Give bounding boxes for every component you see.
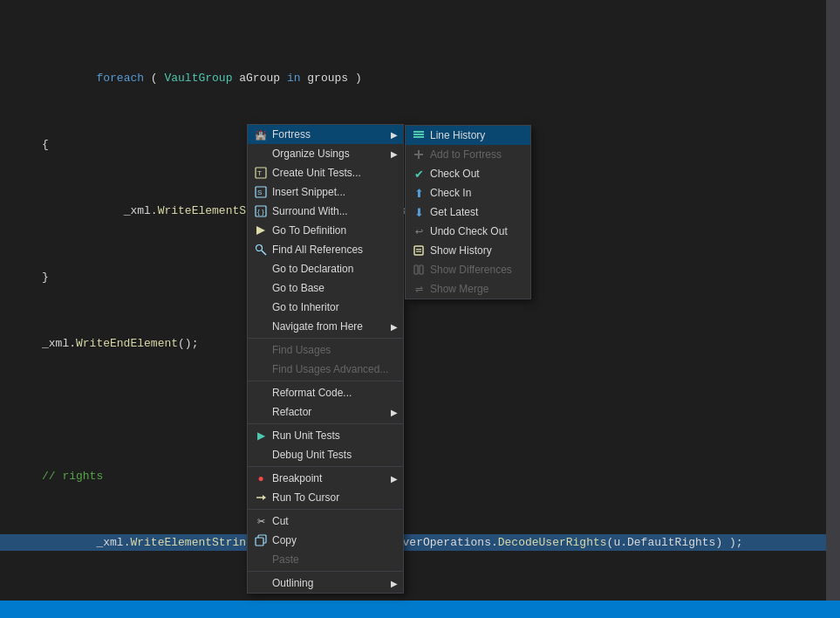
- submenu-undo-check-out[interactable]: ↩ Undo Check Out: [406, 222, 530, 241]
- submenu-show-history[interactable]: Show History: [406, 241, 530, 260]
- fortress-label: Fortress: [272, 128, 391, 141]
- submenu-check-in[interactable]: ⬆ Check In: [406, 183, 530, 203]
- cut-icon: ✂: [253, 513, 269, 529]
- find-usages-icon: [253, 342, 269, 358]
- navigate-icon: [253, 319, 269, 334]
- menu-item-fortress[interactable]: 🏰 Fortress ▶ Line History Add to Fortres…: [248, 125, 403, 144]
- breakpoint-label: Breakpoint: [272, 472, 391, 484]
- surround-with-label: Surround With...: [272, 205, 398, 217]
- outlining-arrow: ▶: [391, 579, 398, 588]
- svg-text:S: S: [257, 189, 262, 196]
- separator-1: [248, 338, 403, 339]
- submenu-show-merge: ⇌ Show Merge: [406, 279, 530, 299]
- goto-inheritor-label: Go to Inheritor: [272, 301, 398, 313]
- menu-item-run-to-cursor[interactable]: Run To Cursor: [248, 488, 403, 507]
- get-latest-label: Get Latest: [430, 206, 525, 218]
- check-in-icon: ⬆: [411, 185, 427, 201]
- submenu-show-differences: Show Differences: [406, 260, 530, 279]
- add-to-fortress-label: Add to Fortress: [430, 148, 525, 161]
- undo-check-out-label: Undo Check Out: [430, 225, 525, 237]
- check-out-icon: ✔: [411, 166, 427, 182]
- debug-unit-tests-label: Debug Unit Tests: [272, 449, 398, 461]
- paste-icon: [253, 552, 269, 567]
- menu-item-create-unit-tests[interactable]: T Create Unit Tests...: [248, 163, 403, 182]
- run-to-cursor-icon: [253, 490, 269, 505]
- menu-item-find-usages: Find Usages: [248, 340, 403, 360]
- svg-point-17: [256, 245, 263, 251]
- find-all-refs-icon: [253, 242, 269, 258]
- menu-item-copy[interactable]: Copy: [248, 531, 403, 550]
- add-to-fortress-icon: [411, 147, 427, 162]
- separator-2: [248, 381, 403, 381]
- svg-rect-4: [414, 154, 423, 155]
- menu-item-goto-declaration[interactable]: Go to Declaration: [248, 259, 403, 278]
- menu-item-breakpoint[interactable]: ● Breakpoint ▶: [248, 469, 403, 488]
- find-usages-label: Find Usages: [272, 344, 398, 356]
- menu-item-goto-definition[interactable]: Go To Definition: [248, 221, 403, 240]
- menu-item-reformat[interactable]: Reformat Code...: [248, 383, 403, 402]
- menu-item-insert-snippet[interactable]: S Insert Snippet...: [248, 182, 403, 202]
- organize-usings-label: Organize Usings: [272, 148, 391, 160]
- separator-5: [248, 509, 403, 510]
- organize-arrow: ▶: [391, 149, 398, 159]
- status-bar: [0, 601, 840, 618]
- menu-item-find-all-references[interactable]: Find All References: [248, 240, 403, 259]
- fortress-icon: 🏰: [253, 127, 269, 142]
- goto-inheritor-icon: [253, 299, 269, 315]
- find-all-refs-label: Find All References: [272, 244, 398, 256]
- svg-rect-22: [256, 538, 263, 546]
- svg-marker-20: [263, 495, 266, 500]
- outlining-label: Outlining: [272, 577, 391, 589]
- copy-label: Copy: [272, 534, 398, 546]
- submenu-add-to-fortress: Add to Fortress: [406, 145, 530, 164]
- line-history-icon: [411, 127, 427, 143]
- context-menu: 🏰 Fortress ▶ Line History Add to Fortres…: [247, 124, 404, 594]
- reformat-label: Reformat Code...: [272, 387, 398, 399]
- submenu-get-latest[interactable]: ⬇ Get Latest: [406, 203, 530, 222]
- show-differences-label: Show Differences: [430, 264, 525, 276]
- get-latest-icon: ⬇: [411, 204, 427, 220]
- show-merge-icon: ⇌: [411, 281, 427, 297]
- surround-with-icon: { }: [253, 203, 269, 219]
- svg-rect-2: [413, 136, 424, 138]
- goto-base-label: Go to Base: [272, 282, 398, 294]
- svg-rect-5: [414, 246, 423, 255]
- menu-item-find-usages-adv: Find Usages Advanced...: [248, 360, 403, 379]
- navigate-arrow: ▶: [391, 322, 398, 332]
- refactor-icon: [253, 404, 269, 420]
- menu-item-refactor[interactable]: Refactor ▶: [248, 402, 403, 422]
- create-unit-tests-label: Create Unit Tests...: [272, 167, 398, 179]
- menu-item-outlining[interactable]: Outlining ▶: [248, 573, 403, 593]
- svg-rect-6: [416, 249, 421, 250]
- show-merge-label: Show Merge: [430, 283, 525, 295]
- debug-unit-tests-icon: [253, 447, 269, 463]
- create-unit-tests-icon: T: [253, 165, 269, 181]
- outlining-icon: [253, 575, 269, 591]
- menu-item-organize-usings[interactable]: Organize Usings ▶: [248, 144, 403, 163]
- insert-snippet-icon: S: [253, 184, 269, 200]
- breakpoint-icon: ●: [253, 470, 269, 486]
- menu-item-run-unit-tests[interactable]: ▶ Run Unit Tests: [248, 426, 403, 445]
- fortress-arrow: ▶: [391, 130, 398, 140]
- submenu-check-out[interactable]: ✔ Check Out: [406, 164, 530, 183]
- refactor-arrow: ▶: [391, 408, 398, 417]
- menu-item-goto-inheritor[interactable]: Go to Inheritor: [248, 298, 403, 317]
- vertical-scrollbar[interactable]: [826, 0, 840, 604]
- menu-item-surround-with[interactable]: { } Surround With...: [248, 202, 403, 221]
- menu-item-navigate-from-here[interactable]: Navigate from Here ▶: [248, 317, 403, 336]
- breakpoint-arrow: ▶: [391, 474, 398, 484]
- svg-rect-0: [413, 131, 424, 133]
- svg-line-18: [262, 251, 266, 255]
- svg-rect-9: [420, 265, 423, 274]
- menu-item-paste: Paste: [248, 550, 403, 569]
- submenu-line-history[interactable]: Line History: [406, 126, 530, 145]
- code-line: // rights: [0, 468, 840, 484]
- paste-label: Paste: [272, 553, 398, 566]
- svg-rect-1: [413, 134, 424, 135]
- menu-item-debug-unit-tests[interactable]: Debug Unit Tests: [248, 445, 403, 464]
- show-history-icon: [411, 243, 427, 258]
- refactor-label: Refactor: [272, 406, 391, 418]
- svg-rect-7: [416, 251, 421, 252]
- menu-item-cut[interactable]: ✂ Cut: [248, 512, 403, 531]
- menu-item-goto-base[interactable]: Go to Base: [248, 278, 403, 298]
